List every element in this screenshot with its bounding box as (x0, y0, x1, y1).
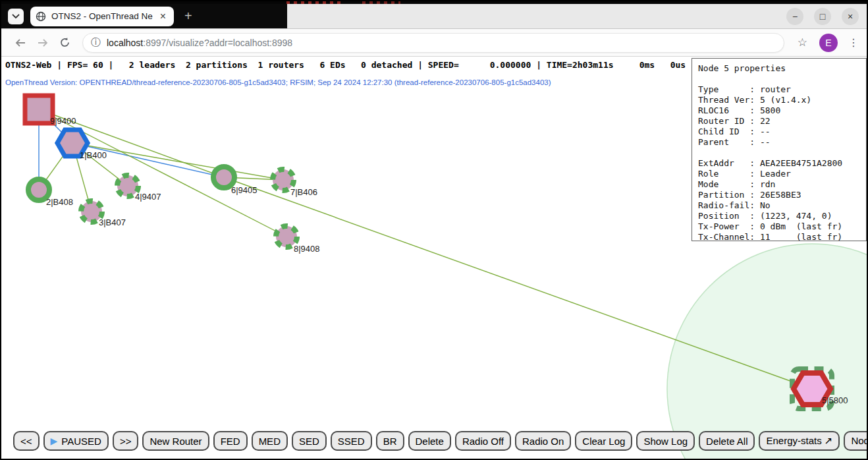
navigation-bar: ⓘ localhost:8997/visualize?addr=localhos… (1, 29, 867, 57)
new-fed-button[interactable]: FED (213, 431, 248, 451)
new-router-button[interactable]: New Router (142, 431, 209, 451)
node-label: 7|B406 (290, 187, 317, 197)
window-controls: − □ × (786, 4, 859, 28)
link-green (72, 143, 283, 180)
minimize-button[interactable]: − (786, 8, 803, 25)
node-label: 6|9405 (231, 185, 258, 195)
clear-log-button[interactable]: Clear Log (575, 431, 632, 451)
speed-up-button[interactable]: >> (113, 431, 139, 451)
back-button[interactable] (14, 38, 26, 48)
node-label: 5|5800 (822, 395, 848, 405)
reload-icon (59, 37, 70, 48)
node-1[interactable]: 1|B400 (57, 130, 107, 160)
url-path: :8997/visualize?addr=localhost:8998 (143, 38, 292, 48)
radio-range-circle (667, 244, 867, 459)
panel-title: Node 5 properties (698, 63, 860, 74)
otns-visualizer-page: 9|9400 1|B400 2|B408 3|B407 4|9407 (1, 57, 867, 459)
reload-button[interactable] (59, 37, 70, 48)
delete-button[interactable]: Delete (408, 431, 451, 451)
node-label: 8|9408 (294, 244, 320, 254)
url-host: localhost (107, 38, 143, 48)
node-8[interactable]: 8|9408 (276, 226, 320, 254)
chevron-down-icon (12, 14, 20, 19)
new-sed-button[interactable]: SED (292, 431, 327, 451)
browser-menu-icon[interactable]: ⋮ (848, 36, 859, 49)
close-button[interactable]: × (842, 8, 859, 25)
url-text: localhost:8997/visualize?addr=localhost:… (107, 38, 292, 48)
tab-strip: OTNS2 - OpenThread Ne × + (1, 4, 287, 28)
pause-resume-button[interactable]: ▶PAUSED (43, 431, 109, 451)
energy-stats-button[interactable]: Energy-stats ↗ (759, 431, 840, 451)
node-label: 9|9400 (50, 116, 76, 126)
new-med-button[interactable]: MED (252, 431, 288, 451)
forward-button[interactable] (37, 38, 49, 48)
tab-close-icon[interactable]: × (157, 11, 169, 22)
node-label: 3|B407 (99, 217, 126, 227)
play-icon: ▶ (51, 436, 58, 446)
delete-all-button[interactable]: Delete All (699, 431, 755, 451)
openthread-version-line: OpenThread Version: OPENTHREAD/thread-re… (5, 78, 551, 86)
back-icon (14, 38, 26, 48)
tab-title: OTNS2 - OpenThread Ne (51, 11, 157, 21)
speed-down-button[interactable]: << (13, 431, 40, 451)
profile-avatar[interactable]: E (819, 34, 838, 52)
new-br-button[interactable]: BR (376, 431, 404, 451)
radio-on-button[interactable]: Radio On (515, 431, 571, 451)
node-7[interactable]: 7|B406 (273, 169, 317, 197)
site-info-icon[interactable]: ⓘ (91, 36, 101, 49)
maximize-button[interactable]: □ (814, 8, 831, 25)
browser-window: OTNS2 - OpenThread Ne × + − □ × ⓘ localh… (0, 0, 868, 460)
node-label: 1|B400 (80, 150, 107, 160)
new-tab-button[interactable]: + (184, 9, 192, 24)
show-log-button[interactable]: Show Log (636, 431, 695, 451)
titlebar: OTNS2 - OpenThread Ne × + − □ × (1, 4, 867, 29)
radio-off-button[interactable]: Radio Off (455, 431, 511, 451)
globe-icon (36, 11, 46, 22)
browser-tab[interactable]: OTNS2 - OpenThread Ne × (30, 7, 174, 26)
node-properties-panel: Node 5 properties Type : router Thread V… (692, 58, 867, 241)
address-bar[interactable]: ⓘ localhost:8997/visualize?addr=localhos… (82, 33, 784, 53)
node-2[interactable]: 2|B408 (28, 179, 73, 207)
panel-body: Type : router Thread Ver: 5 (v1.4.x) RLO… (698, 84, 860, 243)
new-ssed-button[interactable]: SSED (331, 431, 372, 451)
node-3[interactable]: 3|B407 (81, 201, 126, 227)
node-4[interactable]: 4|9407 (117, 175, 161, 202)
node-label: 4|9407 (135, 192, 161, 202)
tab-search-button[interactable] (8, 9, 24, 24)
simulation-toolbar: << ▶PAUSED >> New Router FED MED SED SSE… (13, 431, 868, 451)
node-9[interactable]: 9|9400 (25, 96, 76, 126)
bookmark-icon[interactable]: ☆ (798, 36, 807, 49)
node-label: 2|B408 (46, 197, 73, 207)
node-stats-button[interactable]: Node-stats ↗ (844, 431, 868, 451)
pause-label: PAUSED (61, 436, 101, 447)
status-bar: OTNS2-Web | FPS= 60 | 2 leaders 2 partit… (5, 60, 686, 70)
node-6[interactable]: 6|9405 (213, 167, 258, 195)
forward-icon (37, 38, 49, 48)
